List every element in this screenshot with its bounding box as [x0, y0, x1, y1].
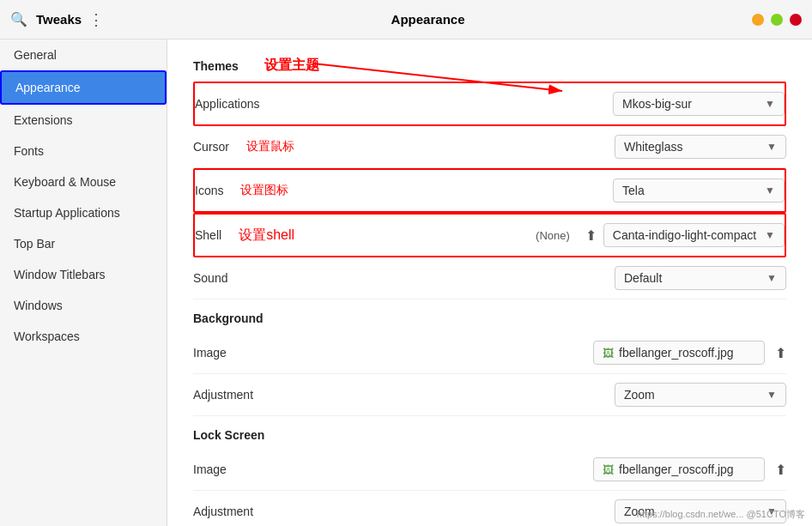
shell-label: Shell 设置shell — [195, 227, 536, 245]
minimize-button[interactable] — [752, 14, 764, 26]
bg-adjustment-label: Adjustment — [193, 388, 615, 402]
ls-image-row: Image 🖼 fbellanger_roscoff.jpg ⬆ — [193, 449, 786, 491]
ls-adjustment-label: Adjustment — [193, 505, 615, 518]
applications-dropdown[interactable]: Mkos-big-sur ▼ — [613, 92, 785, 116]
cursor-label: Cursor 设置鼠标 — [193, 139, 615, 154]
sound-control: Default ▼ — [615, 266, 786, 290]
cursor-annotation: 设置鼠标 — [246, 139, 294, 154]
sidebar-item-window-titlebars[interactable]: Window Titlebars — [0, 259, 167, 290]
maximize-button[interactable] — [771, 14, 783, 26]
chevron-down-icon: ▼ — [765, 184, 775, 196]
sidebar-item-startup-applications[interactable]: Startup Applications — [0, 197, 167, 228]
shell-dropdown[interactable]: Canta-indigo-light-compact ▼ — [603, 223, 785, 247]
chevron-down-icon: ▼ — [767, 272, 777, 284]
close-button[interactable] — [790, 14, 802, 26]
sound-dropdown[interactable]: Default ▼ — [615, 266, 786, 290]
sidebar-item-top-bar[interactable]: Top Bar — [0, 228, 167, 259]
shell-control: (None) ⬆ Canta-indigo-light-compact ▼ — [536, 223, 785, 247]
bg-image-row: Image 🖼 fbellanger_roscoff.jpg ⬆ — [193, 332, 786, 374]
bg-adjustment-dropdown[interactable]: Zoom ▼ — [615, 383, 786, 407]
background-section: Background Image 🖼 fbellanger_roscoff.jp… — [193, 311, 786, 416]
sidebar-item-keyboard-mouse[interactable]: Keyboard & Mouse — [0, 166, 167, 197]
sidebar-item-fonts[interactable]: Fonts — [0, 136, 167, 166]
cursor-dropdown[interactable]: Whiteglass ▼ — [615, 135, 786, 159]
ls-image-label: Image — [193, 463, 593, 476]
sidebar-item-workspaces[interactable]: Workspaces — [0, 321, 167, 352]
icons-annotation: 设置图标 — [240, 183, 288, 198]
watermark: https://blog.csdn.net/we... @51CTO博客 — [637, 508, 805, 521]
bg-image-control: 🖼 fbellanger_roscoff.jpg ⬆ — [593, 341, 786, 365]
sidebar-item-general[interactable]: General — [0, 39, 167, 70]
app-title: Tweaks — [36, 12, 82, 27]
themes-header: Themes 设置主题 — [193, 57, 786, 75]
bg-image-picker[interactable]: 🖼 fbellanger_roscoff.jpg — [593, 341, 765, 365]
main-layout: General Appearance Extensions Fonts Keyb… — [0, 39, 812, 526]
image-icon: 🖼 — [603, 463, 614, 476]
icons-control: Tela ▼ — [613, 178, 785, 203]
window-title: Appearance — [104, 12, 752, 27]
chevron-down-icon: ▼ — [767, 141, 777, 153]
sound-label: Sound — [193, 271, 615, 285]
icons-row: Icons 设置图标 Tela ▼ — [193, 168, 786, 213]
themes-annotation: 设置主题 — [264, 57, 319, 75]
bg-adjustment-row: Adjustment Zoom ▼ — [193, 374, 786, 416]
sidebar-item-appearance[interactable]: Appearance — [0, 70, 167, 105]
applications-row: Applications Mkos-big-sur ▼ — [193, 82, 786, 126]
upload-icon[interactable]: ⬆ — [585, 227, 597, 244]
themes-section: Themes 设置主题 Applications Mkos-big-sur ▼ … — [193, 57, 786, 299]
bg-upload-icon[interactable]: ⬆ — [775, 345, 786, 361]
icons-dropdown[interactable]: Tela ▼ — [613, 178, 785, 203]
cursor-control: Whiteglass ▼ — [615, 135, 786, 159]
chevron-down-icon: ▼ — [765, 98, 775, 110]
background-header: Background — [193, 311, 786, 325]
shell-none-label: (None) — [536, 229, 570, 242]
ls-upload-icon[interactable]: ⬆ — [775, 462, 786, 478]
lock-screen-header: Lock Screen — [193, 428, 786, 442]
window-controls — [752, 14, 802, 26]
search-icon[interactable]: 🔍 — [10, 11, 27, 28]
image-icon: 🖼 — [603, 347, 614, 360]
sidebar: General Appearance Extensions Fonts Keyb… — [0, 39, 167, 526]
applications-control: Mkos-big-sur ▼ — [613, 92, 785, 116]
sound-row: Sound Default ▼ — [193, 257, 786, 299]
cursor-row: Cursor 设置鼠标 Whiteglass ▼ — [193, 126, 786, 168]
menu-icon[interactable]: ⋮ — [88, 10, 104, 29]
bg-image-label: Image — [193, 346, 593, 360]
chevron-down-icon: ▼ — [767, 389, 777, 401]
bg-adjustment-control: Zoom ▼ — [615, 383, 786, 407]
sidebar-item-windows[interactable]: Windows — [0, 290, 167, 321]
applications-label: Applications — [195, 97, 613, 111]
ls-image-picker[interactable]: 🖼 fbellanger_roscoff.jpg — [593, 457, 765, 481]
shell-annotation: 设置shell — [239, 227, 294, 245]
chevron-down-icon: ▼ — [765, 229, 775, 241]
shell-row: Shell 设置shell (None) ⬆ Canta-indigo-ligh… — [193, 213, 786, 257]
content-area: Themes 设置主题 Applications Mkos-big-sur ▼ … — [167, 39, 812, 526]
icons-label: Icons 设置图标 — [195, 183, 613, 198]
titlebar: 🔍 Tweaks ⋮ Appearance — [0, 0, 812, 39]
ls-image-control: 🖼 fbellanger_roscoff.jpg ⬆ — [593, 457, 786, 481]
sidebar-item-extensions[interactable]: Extensions — [0, 105, 167, 136]
